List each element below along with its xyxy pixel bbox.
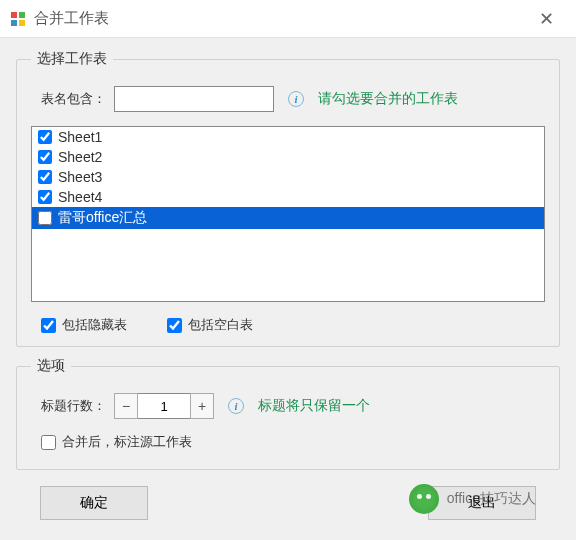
annotate-source-label: 合并后，标注源工作表 bbox=[62, 433, 192, 451]
list-item[interactable]: Sheet2 bbox=[32, 147, 544, 167]
list-item-label: Sheet2 bbox=[58, 149, 538, 165]
stepper-plus-button[interactable]: + bbox=[190, 393, 214, 419]
window-title: 合并工作表 bbox=[34, 9, 527, 28]
list-item-label: Sheet3 bbox=[58, 169, 538, 185]
annotate-source-checkbox[interactable]: 合并后，标注源工作表 bbox=[41, 433, 192, 451]
button-row: 确定 退出 bbox=[16, 480, 560, 520]
select-group-legend: 选择工作表 bbox=[31, 50, 113, 68]
title-rows-label: 标题行数： bbox=[41, 397, 106, 415]
list-item-checkbox[interactable] bbox=[38, 190, 52, 204]
ok-button[interactable]: 确定 bbox=[40, 486, 148, 520]
info-icon[interactable]: i bbox=[288, 91, 304, 107]
svg-rect-0 bbox=[11, 12, 17, 18]
title-rows-row: 标题行数： − + i 标题将只保留一个 bbox=[41, 393, 545, 419]
title-rows-hint: 标题将只保留一个 bbox=[258, 397, 370, 415]
include-options-row: 包括隐藏表 包括空白表 bbox=[41, 316, 545, 334]
include-blank-input[interactable] bbox=[167, 318, 182, 333]
dialog-body: 选择工作表 表名包含： i 请勾选要合并的工作表 Sheet1Sheet2She… bbox=[0, 38, 576, 540]
list-item-label: Sheet1 bbox=[58, 129, 538, 145]
include-hidden-checkbox[interactable]: 包括隐藏表 bbox=[41, 316, 127, 334]
app-icon bbox=[10, 11, 26, 27]
stepper-minus-button[interactable]: − bbox=[114, 393, 138, 419]
filter-label: 表名包含： bbox=[41, 90, 106, 108]
list-item-label: Sheet4 bbox=[58, 189, 538, 205]
list-item-checkbox[interactable] bbox=[38, 150, 52, 164]
annotate-source-row: 合并后，标注源工作表 bbox=[41, 433, 545, 451]
svg-rect-2 bbox=[11, 20, 17, 26]
include-blank-label: 包括空白表 bbox=[188, 316, 253, 334]
svg-rect-3 bbox=[19, 20, 25, 26]
titlebar: 合并工作表 ✕ bbox=[0, 0, 576, 38]
sheet-listbox[interactable]: Sheet1Sheet2Sheet3Sheet4雷哥office汇总 bbox=[31, 126, 545, 302]
include-blank-checkbox[interactable]: 包括空白表 bbox=[167, 316, 253, 334]
options-group-legend: 选项 bbox=[31, 357, 71, 375]
info-icon[interactable]: i bbox=[228, 398, 244, 414]
annotate-source-input[interactable] bbox=[41, 435, 56, 450]
exit-button[interactable]: 退出 bbox=[428, 486, 536, 520]
filter-input[interactable] bbox=[114, 86, 274, 112]
list-item[interactable]: Sheet4 bbox=[32, 187, 544, 207]
merge-sheets-dialog: 合并工作表 ✕ 选择工作表 表名包含： i 请勾选要合并的工作表 Sheet1S… bbox=[0, 0, 576, 540]
options-group: 选项 标题行数： − + i 标题将只保留一个 合并后，标注源工作表 bbox=[16, 357, 560, 470]
title-rows-stepper: − + bbox=[114, 393, 214, 419]
list-item[interactable]: 雷哥office汇总 bbox=[32, 207, 544, 229]
list-item-checkbox[interactable] bbox=[38, 211, 52, 225]
list-item-label: 雷哥office汇总 bbox=[58, 209, 538, 227]
include-hidden-label: 包括隐藏表 bbox=[62, 316, 127, 334]
name-filter-row: 表名包含： i 请勾选要合并的工作表 bbox=[41, 86, 545, 112]
list-item-checkbox[interactable] bbox=[38, 170, 52, 184]
select-worksheets-group: 选择工作表 表名包含： i 请勾选要合并的工作表 Sheet1Sheet2She… bbox=[16, 50, 560, 347]
filter-hint: 请勾选要合并的工作表 bbox=[318, 90, 458, 108]
close-button[interactable]: ✕ bbox=[527, 8, 566, 30]
list-item-checkbox[interactable] bbox=[38, 130, 52, 144]
list-item[interactable]: Sheet1 bbox=[32, 127, 544, 147]
list-item[interactable]: Sheet3 bbox=[32, 167, 544, 187]
svg-rect-1 bbox=[19, 12, 25, 18]
title-rows-input[interactable] bbox=[138, 393, 190, 419]
include-hidden-input[interactable] bbox=[41, 318, 56, 333]
